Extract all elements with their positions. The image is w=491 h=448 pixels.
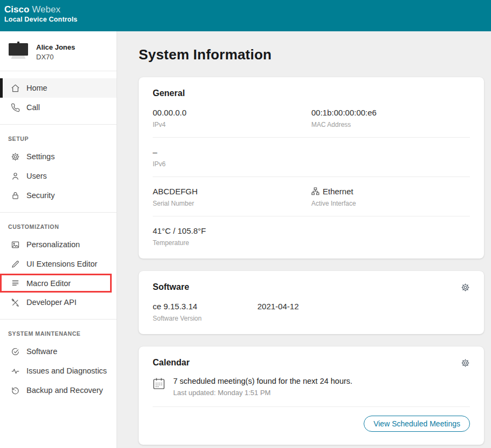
general-row-3: ABCDEFGH Serial Number Ethernet Active I… [153, 177, 470, 216]
calendar-message: 7 scheduled meeting(s) found for the nex… [173, 376, 352, 386]
sidebar-section-system-maintenance: SYSTEM MAINTENANCE [0, 320, 117, 342]
sidebar-item-label: Developer API [26, 298, 77, 307]
field-serial-number: ABCDEFGH Serial Number [153, 186, 311, 207]
general-card: General 00.00.0.0 IPv4 00:1b:00:00:00:e6… [139, 77, 484, 259]
calendar-icon [153, 376, 166, 397]
user-icon [11, 172, 20, 181]
check-circle-icon [11, 347, 20, 356]
ipv6-value: – [153, 147, 311, 157]
sidebar-item-settings[interactable]: Settings [0, 147, 117, 166]
interface-value: Ethernet [311, 186, 470, 196]
field-ipv4: 00.00.0.0 IPv4 [153, 107, 311, 128]
sidebar-section-setup: SETUP [0, 125, 117, 147]
ipv4-value: 00.00.0.0 [153, 107, 311, 118]
sidebar-item-users[interactable]: Users [0, 166, 117, 186]
general-card-title: General [153, 89, 470, 98]
sidebar-item-label: Users [26, 172, 47, 180]
field-ipv6: – IPv6 [153, 147, 311, 168]
calendar-card-title: Calendar [153, 358, 189, 368]
field-active-interface: Ethernet Active Interface [311, 186, 470, 207]
temperature-label: Temperature [153, 239, 311, 247]
pulse-icon [11, 366, 20, 376]
brand-cisco: Cisco [4, 4, 29, 15]
device-model: DX70 [36, 53, 75, 61]
general-row-4: 41°C / 105.8°F Temperature [153, 216, 470, 255]
sidebar-item-label: Macro Editor [26, 279, 71, 288]
image-icon [11, 240, 20, 249]
lock-icon [11, 191, 20, 200]
top-header-bar: CiscoWebex Local Device Controls [0, 0, 491, 31]
home-icon [11, 84, 20, 93]
sidebar-section-customization: CUSTOMIZATION [0, 213, 117, 235]
calendar-last-updated: Last updated: Monday 1:51 PM [173, 389, 352, 397]
sidebar-item-ui-extensions-editor[interactable]: UI Extensions Editor [0, 254, 117, 274]
sidebar-item-macro-editor[interactable]: Macro Editor [0, 274, 112, 293]
sidebar-item-label: Home [26, 84, 47, 92]
calendar-summary: 7 scheduled meeting(s) found for the nex… [153, 368, 470, 406]
field-release-date: 2021-04-12 [257, 301, 299, 322]
general-row-1: 00.00.0.0 IPv4 00:1b:00:00:00:e6 MAC Add… [153, 98, 470, 137]
release-date-value: 2021-04-12 [257, 301, 299, 311]
calendar-settings-gear-icon[interactable] [461, 358, 470, 368]
sidebar-item-software[interactable]: Software [0, 342, 117, 361]
calendar-card: Calendar 7 scheduled meeting(s) found fo… [139, 347, 484, 445]
sidebar-item-backup-and-recovery[interactable]: Backup and Recovery [0, 381, 117, 400]
page-title: System Information [139, 46, 484, 63]
sidebar-item-label: Settings [26, 152, 54, 161]
serial-label: Serial Number [153, 200, 311, 207]
software-card-title: Software [153, 282, 189, 292]
interface-value-text: Ethernet [323, 186, 353, 196]
field-software-version: ce 9.15.3.14 Software Version [153, 301, 257, 322]
sidebar-item-home[interactable]: Home [0, 78, 117, 98]
main-content: System Information General 00.00.0.0 IPv… [117, 31, 491, 448]
serial-value: ABCDEFGH [153, 186, 311, 196]
software-row: ce 9.15.3.14 Software Version 2021-04-12 [153, 292, 470, 331]
device-meta: Alice Jones DX70 [36, 41, 75, 61]
software-card: Software ce 9.15.3.14 Software Version 2… [139, 271, 484, 334]
sidebar-item-developer-api[interactable]: Developer API [0, 293, 117, 312]
sidebar-item-security[interactable]: Security [0, 186, 117, 205]
ipv6-label: IPv6 [153, 160, 311, 168]
software-version-label: Software Version [153, 315, 257, 322]
pencil-icon [11, 260, 20, 269]
sidebar-item-label: Personalization [26, 240, 80, 249]
network-icon [311, 187, 319, 195]
header-subtitle: Local Device Controls [4, 15, 491, 24]
general-row-2: – IPv6 [153, 138, 470, 177]
temperature-value: 41°C / 105.8°F [153, 226, 311, 236]
field-temperature: 41°C / 105.8°F Temperature [153, 226, 311, 247]
sidebar: Alice Jones DX70 Home Call [0, 31, 117, 448]
interface-label: Active Interface [311, 200, 470, 207]
brand: CiscoWebex [4, 4, 491, 15]
ipv4-label: IPv4 [153, 121, 311, 128]
sidebar-item-label: Security [26, 191, 54, 200]
phone-icon [11, 103, 20, 112]
text-lines-icon [11, 279, 20, 288]
history-restore-icon [11, 386, 20, 395]
mac-label: MAC Address [311, 121, 470, 128]
software-settings-gear-icon[interactable] [461, 282, 470, 292]
calendar-texts: 7 scheduled meeting(s) found for the nex… [173, 376, 352, 397]
device-user-name: Alice Jones [36, 43, 75, 51]
sidebar-item-label: UI Extensions Editor [26, 260, 97, 268]
sidebar-item-label: Issues and Diagnostics [26, 366, 107, 375]
gear-icon [11, 152, 20, 161]
device-info-block: Alice Jones DX70 [0, 31, 117, 71]
sidebar-item-label: Call [26, 103, 40, 112]
sidebar-item-call[interactable]: Call [0, 98, 117, 117]
sidebar-nav: Home Call SETUP Settings [0, 71, 117, 400]
app-window: CiscoWebex Local Device Controls Alice J… [0, 0, 491, 448]
sidebar-item-issues-and-diagnostics[interactable]: Issues and Diagnostics [0, 361, 117, 381]
device-dx70-icon [6, 41, 30, 59]
sidebar-item-label: Software [26, 347, 57, 356]
software-version-value: ce 9.15.3.14 [153, 301, 257, 311]
crossed-tools-icon [11, 298, 20, 307]
brand-webex: Webex [32, 4, 60, 15]
mac-value: 00:1b:00:00:00:e6 [311, 107, 470, 118]
sidebar-item-label: Backup and Recovery [26, 386, 103, 395]
view-scheduled-meetings-button[interactable]: View Scheduled Meetings [364, 416, 470, 432]
field-mac-address: 00:1b:00:00:00:e6 MAC Address [311, 107, 470, 128]
sidebar-item-personalization[interactable]: Personalization [0, 235, 117, 254]
